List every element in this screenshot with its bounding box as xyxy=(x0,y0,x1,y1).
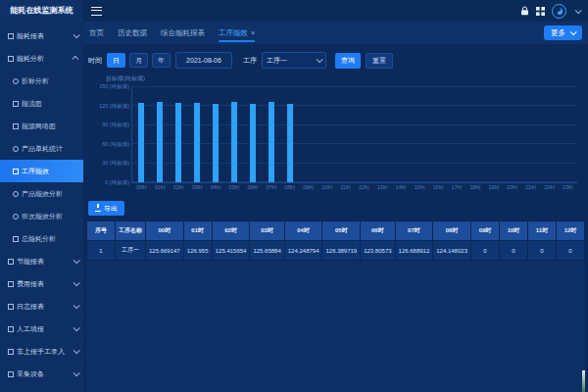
query-button[interactable]: 查询 xyxy=(335,53,361,69)
table-header-cell: 08时 xyxy=(433,221,471,241)
table-cell: 0 xyxy=(470,241,499,261)
sidebar-item-label: 能源网络图 xyxy=(22,122,78,131)
sidebar-item-能耗分析[interactable]: 能耗分析 xyxy=(0,47,83,70)
bar-08时[interactable] xyxy=(287,104,293,182)
y-axis-tick-label: 30 (吨标煤) xyxy=(102,160,129,167)
app-title: 能耗在线监测系统 xyxy=(0,0,83,22)
apps-grid-icon[interactable] xyxy=(536,2,545,20)
chart-slot: 12时 xyxy=(355,87,373,182)
time-label: 时间 xyxy=(88,56,102,66)
y-axis-tick-label: 90 (吨标煤) xyxy=(102,122,129,128)
sidebar-item-节能报表[interactable]: 节能报表 xyxy=(0,250,83,272)
chart-slot: 11时 xyxy=(336,87,355,182)
table-row[interactable]: 1工序一125.669147126.955125.415654125.65884… xyxy=(87,241,586,261)
date-input[interactable]: 2021-08-06 xyxy=(175,52,232,69)
sidebar-item-label: 费用报表 xyxy=(17,279,72,289)
chevron-up-icon xyxy=(72,56,78,63)
tab-label: 综合能耗报表 xyxy=(161,28,205,38)
tabs: 首页历史数据综合能耗报表工序能效× xyxy=(89,22,255,44)
sidebar-item-非上报手工录入[interactable]: 非上报手工录入 xyxy=(0,340,83,363)
x-axis-tick-label: 05时 xyxy=(229,184,240,191)
x-axis-tick-label: 21时 xyxy=(525,184,536,191)
sidebar-item-工序能效[interactable]: 工序能效 xyxy=(0,160,83,182)
log-report-icon xyxy=(8,304,14,310)
table-header-cell: 04时 xyxy=(284,221,322,241)
sidebar-item-label: 产品单耗统计 xyxy=(22,144,78,154)
chart-slot: 22时 xyxy=(540,87,559,182)
hamburger-icon[interactable] xyxy=(91,7,102,16)
tab-历史数据[interactable]: 历史数据 xyxy=(118,22,147,44)
sidebar-item-能源网络图[interactable]: 能源网络图 xyxy=(0,115,83,137)
table-cell: 0 xyxy=(556,241,584,261)
table-header-cell: 06时 xyxy=(361,221,395,241)
chevron-down-icon[interactable] xyxy=(575,7,582,14)
bar-05时[interactable] xyxy=(231,102,237,182)
bar-01时[interactable] xyxy=(157,102,163,182)
granularity-月-button[interactable]: 月 xyxy=(129,53,148,68)
tab-首页[interactable]: 首页 xyxy=(89,22,104,44)
chart-slot: 07时 xyxy=(262,87,280,182)
sidebar-item-折标分析[interactable]: 折标分析 xyxy=(0,70,83,92)
sidebar-item-人工填报[interactable]: 人工填报 xyxy=(0,318,83,340)
sidebar-item-总能耗分析[interactable]: 总能耗分析 xyxy=(0,227,83,250)
more-button[interactable]: 更多 xyxy=(544,25,582,40)
reset-button[interactable]: 重置 xyxy=(366,53,393,69)
bar-00时[interactable] xyxy=(138,103,144,182)
table-cell: 123.80573 xyxy=(361,241,395,261)
x-axis-tick-label: 13时 xyxy=(377,184,388,191)
export-button[interactable]: 导出 xyxy=(88,201,124,216)
tab-工序能效[interactable]: 工序能效× xyxy=(219,22,255,44)
sidebar-item-能流图[interactable]: 能流图 xyxy=(0,92,83,115)
energy-flow-icon xyxy=(13,101,19,107)
sidebar-item-费用报表[interactable]: 费用报表 xyxy=(0,272,83,295)
y-axis-tick-label: 120 (吨标煤) xyxy=(99,102,129,109)
x-axis-tick-label: 04时 xyxy=(211,184,221,191)
sidebar-item-日志报表[interactable]: 日志报表 xyxy=(0,295,83,318)
chart-slot: 08时 xyxy=(280,87,299,182)
chart-slot: 06时 xyxy=(244,87,263,182)
close-tab-icon[interactable]: × xyxy=(251,29,255,36)
chevron-down-icon xyxy=(74,369,80,376)
table-header-row: 序号工序名称00时01时02时03时04时05时06时07时08时09时10时1… xyxy=(87,221,586,241)
sidebar-item-采集设备[interactable]: 采集设备 xyxy=(0,363,83,385)
x-axis-tick-label: 20时 xyxy=(507,184,517,191)
bar-03时[interactable] xyxy=(194,103,200,182)
table-container: 序号工序名称00时01时02时03时04时05时06时07时08时09时10时1… xyxy=(86,220,585,392)
bar-06时[interactable] xyxy=(250,104,256,182)
table-header-cell: 01时 xyxy=(183,221,212,241)
table-header-cell: 05时 xyxy=(322,221,361,241)
lock-icon[interactable] xyxy=(520,2,529,20)
table-header-cell: 11时 xyxy=(527,221,556,241)
x-axis-tick-label: 22时 xyxy=(544,184,555,191)
process-label: 工序 xyxy=(243,56,257,66)
bar-07时[interactable] xyxy=(269,102,274,182)
table-cell: 126.955 xyxy=(183,241,212,261)
bar-04时[interactable] xyxy=(213,104,219,182)
avatar[interactable] xyxy=(552,4,566,19)
device-icon xyxy=(8,371,14,377)
sidebar-item-产品能效分析[interactable]: 产品能效分析 xyxy=(0,182,83,205)
chevron-down-icon xyxy=(74,279,80,286)
table-body: 1工序一125.669147126.955125.415654125.65884… xyxy=(87,241,586,261)
table-cell: 0 xyxy=(499,241,527,261)
header-actions xyxy=(520,2,580,20)
sidebar-item-label: 能流图 xyxy=(22,99,78,109)
table-cell: 125.65884 xyxy=(250,241,284,261)
sidebar-item-班次能效分析[interactable]: 班次能效分析 xyxy=(0,205,83,227)
chart-slot: 21时 xyxy=(521,87,540,182)
table-header-cell: 07时 xyxy=(395,221,433,241)
granularity-年-button[interactable]: 年 xyxy=(152,53,171,68)
granularity-日-button[interactable]: 日 xyxy=(107,53,125,68)
bar-02时[interactable] xyxy=(175,103,181,182)
sidebar-item-能耗报表[interactable]: 能耗报表 xyxy=(0,24,83,47)
scrollbar-thumb[interactable] xyxy=(582,370,585,392)
download-icon xyxy=(95,205,101,212)
process-select-value: 工序一 xyxy=(267,56,287,66)
sidebar-item-label: 折标分析 xyxy=(22,76,78,86)
sidebar-item-产品单耗统计[interactable]: 产品单耗统计 xyxy=(0,137,83,160)
process-select[interactable]: 工序一 xyxy=(262,52,326,69)
x-axis-tick-label: 11时 xyxy=(340,184,351,191)
x-axis-tick-label: 00时 xyxy=(136,184,147,191)
tab-综合能耗报表[interactable]: 综合能耗报表 xyxy=(161,22,205,44)
x-axis-tick-label: 16时 xyxy=(433,184,444,191)
